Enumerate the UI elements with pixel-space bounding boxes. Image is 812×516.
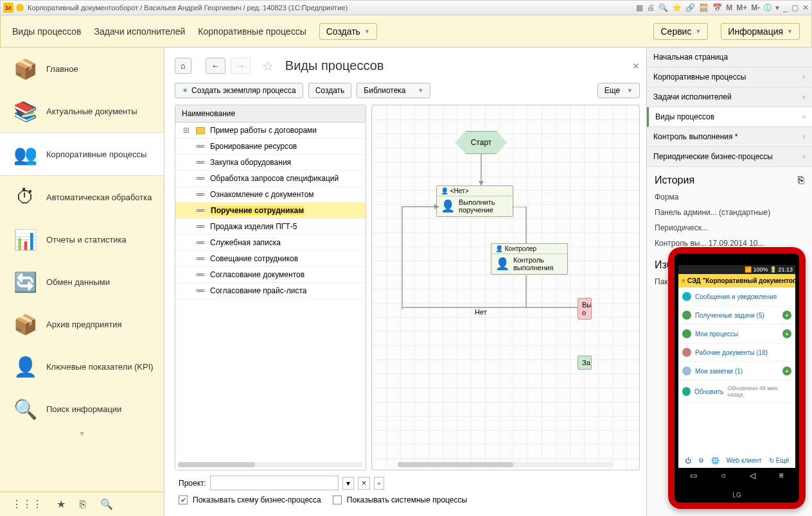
diagram-node[interactable]: 👤 Контролер 👤Контроль выполнения xyxy=(491,243,568,275)
android-home-icon[interactable]: ○ xyxy=(721,471,725,480)
nav-item[interactable]: 👥Корпоративные процессы xyxy=(0,132,164,176)
diagram-green-node[interactable]: За xyxy=(578,356,592,370)
nav-item[interactable]: 👤Ключевые показатели (KPI) xyxy=(0,345,164,388)
home-button[interactable]: ⌂ xyxy=(175,58,191,74)
right-tab[interactable]: Начальная страница xyxy=(647,47,812,67)
project-clear-button[interactable]: × xyxy=(358,477,370,490)
info-icon[interactable]: ⓘ xyxy=(764,3,772,13)
star-outline-icon[interactable]: ☆ xyxy=(262,58,274,74)
close-page-button[interactable]: ✕ xyxy=(632,61,640,71)
show-system-checkbox[interactable]: Показывать системные процессы xyxy=(333,495,467,504)
history-item[interactable]: Панель админи... (стандартные) xyxy=(655,208,804,217)
forward-button[interactable]: → xyxy=(231,58,251,74)
list-row[interactable]: Ознакомление с документом xyxy=(175,187,366,203)
favorites-icon[interactable]: ★ xyxy=(57,498,66,510)
list-row[interactable]: Бронирование ресурсов xyxy=(175,139,366,155)
create-button[interactable]: Создать xyxy=(308,83,352,98)
right-tab[interactable]: Контроль выполнения *× xyxy=(647,127,812,147)
nav-item[interactable]: 📦Архив предприятия xyxy=(0,303,164,345)
tool-icon[interactable]: ▦ xyxy=(636,3,643,12)
phone-row[interactable]: Мои процессы+ xyxy=(678,325,795,343)
history-item[interactable]: Контроль вы... 17.09.2014 10... xyxy=(655,239,804,248)
close-icon[interactable]: ✕ xyxy=(802,3,809,12)
phone-title: СЭД "Корпоративный документооб... xyxy=(687,277,795,284)
nav-item[interactable]: 🔍Поиск информации xyxy=(0,388,164,430)
android-back-icon[interactable]: ◁ xyxy=(750,471,755,480)
history-heading: История xyxy=(655,175,694,186)
star-icon[interactable]: ⭐ xyxy=(672,3,682,12)
preview-icon[interactable]: 🔍 xyxy=(658,3,668,12)
more-button[interactable]: Еще▼ xyxy=(597,83,640,98)
m-button[interactable]: M xyxy=(726,3,732,12)
history-item[interactable]: Форма xyxy=(655,193,804,202)
search-icon[interactable]: 🔍 xyxy=(100,498,113,510)
right-tab[interactable]: Периодические бизнес-процессы× xyxy=(647,147,812,167)
phone-row[interactable]: Рабочие документы (18) xyxy=(678,343,795,362)
process-list: Наименование ⊞Пример работы с договорами… xyxy=(175,105,366,470)
list-row[interactable]: Обработка запросов спецификаций xyxy=(175,171,366,187)
list-row[interactable]: Согласование прайс-листа xyxy=(175,283,366,299)
nav-item[interactable]: ⏱Автоматическая обработка xyxy=(0,176,164,218)
list-header: Наименование xyxy=(175,105,366,123)
phone-row[interactable]: Сообщения и уведомления xyxy=(678,288,795,306)
phone-footer-item[interactable]: ↻ Ещё xyxy=(769,457,789,464)
right-tab[interactable]: Виды процессов× xyxy=(647,107,812,127)
list-row[interactable]: Служебная записка xyxy=(175,235,366,251)
m-minus-button[interactable]: M- xyxy=(751,3,760,12)
library-button[interactable]: Библиотека▼ xyxy=(357,83,430,98)
back-button[interactable]: ← xyxy=(206,58,225,74)
phone-footer-item[interactable]: ⚙ xyxy=(698,457,704,464)
grid-icon[interactable]: ⋮⋮⋮ xyxy=(12,498,42,510)
project-input[interactable] xyxy=(210,476,339,490)
phone-row[interactable]: Мои заметки (1)+ xyxy=(678,362,795,381)
show-schema-checkbox[interactable]: ✔Показывать схему бизнес-процесса xyxy=(179,495,321,504)
diagram-red-node[interactable]: Вы о xyxy=(578,298,592,320)
dropdown-dot[interactable] xyxy=(16,4,24,12)
cmd-link[interactable]: Корпоративные процессы xyxy=(198,26,306,37)
diagram-scrollbar[interactable] xyxy=(398,462,613,467)
project-open-button[interactable]: ▫ xyxy=(374,477,384,490)
phone-brand: LG xyxy=(675,492,799,499)
project-dropdown-button[interactable]: ▾ xyxy=(342,477,354,490)
history-item[interactable]: Периодическ... xyxy=(655,223,804,232)
list-row[interactable]: Совещание сотрудников xyxy=(175,251,366,267)
history-tool-icon[interactable]: ⎘ xyxy=(798,175,804,186)
android-overview-icon[interactable]: ≡ xyxy=(779,471,783,480)
nav-item[interactable]: 📚Актуальные документы xyxy=(0,90,164,132)
calc-icon[interactable]: 🧮 xyxy=(699,3,709,12)
diagram-area[interactable]: Старт 👤 <Нет> 👤Выполнить поручение 👤 Кон… xyxy=(371,105,640,470)
list-row[interactable]: Продажа изделия ПГТ-5 xyxy=(175,219,366,235)
maximize-icon[interactable]: ▢ xyxy=(791,3,799,12)
nav-item[interactable]: 📊Отчеты и статистика xyxy=(0,218,164,261)
cmd-link[interactable]: Задачи исполнителей xyxy=(94,26,185,37)
link-icon[interactable]: 🔗 xyxy=(685,3,695,12)
list-row[interactable]: ⊞Пример работы с договорами xyxy=(175,123,366,139)
minimize-icon[interactable]: _ xyxy=(783,3,788,12)
right-tab[interactable]: Задачи исполнителей× xyxy=(647,87,812,107)
calendar-icon[interactable]: 📅 xyxy=(712,3,722,12)
cmd-link[interactable]: Виды процессов xyxy=(12,26,81,37)
list-row[interactable]: Закупка оборудования xyxy=(175,155,366,171)
m-plus-button[interactable]: M+ xyxy=(736,3,747,12)
phone-row[interactable]: ОбновитьОбновлено 48 мин. назад xyxy=(678,381,795,403)
phone-row[interactable]: Полученные задачи (5)+ xyxy=(678,306,795,325)
diagram-node[interactable]: 👤 <Нет> 👤Выполнить поручение xyxy=(436,185,513,217)
info-button[interactable]: Информация▼ xyxy=(721,23,800,40)
list-icon[interactable]: ⎘ xyxy=(80,499,86,510)
print-icon[interactable]: 🖨 xyxy=(647,3,655,12)
right-tab[interactable]: Корпоративные процессы× xyxy=(647,67,812,87)
nav-item[interactable]: 🔄Обмен данными xyxy=(0,261,164,303)
create-button[interactable]: Создать▼ xyxy=(319,23,377,40)
dropdown-icon[interactable]: ▾ xyxy=(775,3,779,12)
phone-footer-item[interactable]: ⏻ xyxy=(685,457,691,464)
nav-item[interactable]: 📦Главное xyxy=(0,47,164,90)
phone-footer-item[interactable]: Web клиент xyxy=(727,457,762,464)
titlebar: 1c Корпоративный документооборот / Васил… xyxy=(0,0,812,15)
list-row[interactable]: Согласование документов xyxy=(175,267,366,283)
list-row[interactable]: Поручение сотрудникам xyxy=(175,203,366,219)
create-instance-button[interactable]: ✶Создать экземпляр процесса xyxy=(175,83,303,98)
diagram-start[interactable]: Старт xyxy=(455,131,507,154)
phone-footer-item[interactable]: 🌐 xyxy=(711,457,719,464)
service-button[interactable]: Сервис▼ xyxy=(653,23,708,40)
android-menu-icon[interactable]: ▭ xyxy=(690,471,697,480)
